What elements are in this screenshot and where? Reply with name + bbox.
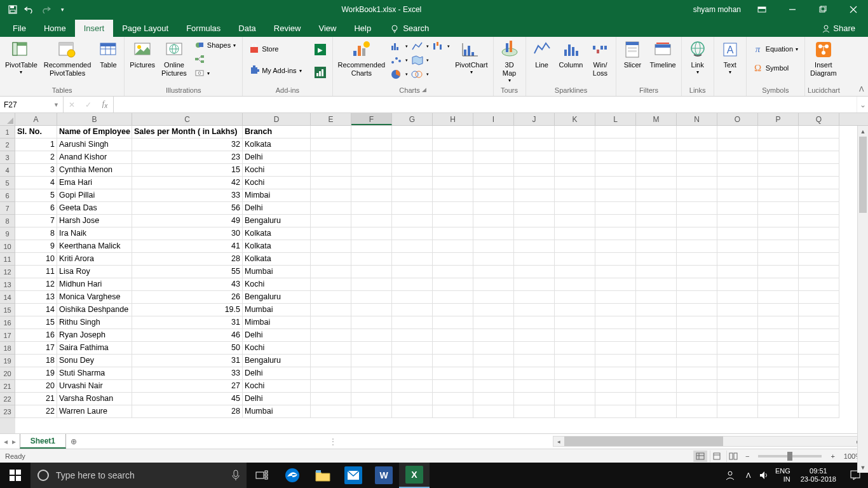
edge-button[interactable] — [277, 463, 308, 488]
cell[interactable]: 7 — [15, 215, 57, 227]
cell[interactable]: 50 — [132, 342, 243, 355]
row-header[interactable]: 2 — [0, 139, 15, 151]
cell[interactable]: Rithu Singh — [57, 316, 132, 329]
cell[interactable] — [392, 215, 433, 227]
cell[interactable] — [799, 189, 839, 202]
cell[interactable]: Bengaluru — [243, 355, 311, 367]
cell[interactable] — [595, 253, 636, 266]
cell[interactable] — [392, 253, 433, 266]
cell[interactable] — [636, 227, 677, 240]
cell[interactable] — [717, 139, 758, 151]
cell[interactable] — [351, 151, 392, 164]
cell[interactable]: 42 — [132, 177, 243, 189]
account-name[interactable]: shyam mohan — [693, 5, 746, 14]
cell[interactable] — [311, 164, 351, 177]
task-view-button[interactable] — [247, 463, 277, 488]
cell[interactable] — [758, 304, 799, 316]
cell[interactable]: 2 — [15, 151, 57, 164]
cell[interactable] — [351, 202, 392, 215]
cell[interactable] — [392, 164, 433, 177]
cell[interactable] — [555, 291, 595, 304]
slicer-button[interactable]: Slicer — [619, 38, 646, 71]
cell[interactable] — [392, 151, 433, 164]
cell[interactable] — [799, 202, 839, 215]
cell[interactable]: 20 — [15, 380, 57, 393]
cell[interactable]: 18 — [15, 355, 57, 367]
split-handle[interactable]: ⋮ — [329, 437, 337, 446]
cell[interactable] — [392, 329, 433, 342]
cell[interactable] — [433, 139, 473, 151]
cell[interactable] — [595, 139, 636, 151]
cell[interactable] — [555, 164, 595, 177]
cell[interactable] — [555, 215, 595, 227]
sparkline-column-button[interactable]: Column — [557, 38, 586, 71]
column-header[interactable]: E — [311, 113, 351, 125]
cell[interactable] — [555, 139, 595, 151]
cell[interactable]: Delhi — [243, 367, 311, 380]
excel-button[interactable]: X — [399, 463, 430, 488]
online-pictures-button[interactable]: Online Pictures — [159, 38, 189, 79]
cell[interactable]: Name of Employee — [57, 126, 132, 139]
start-button[interactable] — [0, 463, 31, 488]
cell[interactable] — [677, 215, 717, 227]
cell[interactable]: Aarushi Singh — [57, 139, 132, 151]
tab-review[interactable]: Review — [265, 20, 310, 37]
lucidchart-button[interactable]: Insert Diagram — [808, 38, 839, 79]
cell[interactable] — [473, 316, 514, 329]
cell[interactable]: Sonu Dey — [57, 355, 132, 367]
cell[interactable] — [555, 380, 595, 393]
symbol-button[interactable]: ΩSymbol — [749, 61, 802, 75]
cell[interactable] — [555, 329, 595, 342]
cell[interactable] — [555, 202, 595, 215]
cell[interactable] — [677, 126, 717, 139]
cell[interactable] — [636, 215, 677, 227]
cell[interactable] — [758, 393, 799, 405]
cell[interactable] — [595, 126, 636, 139]
tab-view[interactable]: View — [309, 20, 345, 37]
mic-icon[interactable] — [231, 470, 240, 481]
horizontal-scroll-thumb[interactable] — [564, 437, 723, 446]
cell[interactable] — [473, 405, 514, 418]
cell[interactable] — [677, 355, 717, 367]
hierarchy-chart-button[interactable]: ▾ — [410, 39, 430, 53]
cell[interactable] — [433, 177, 473, 189]
table-button[interactable]: Table — [95, 38, 121, 71]
cell[interactable] — [473, 240, 514, 253]
cell[interactable] — [555, 266, 595, 278]
cell[interactable] — [717, 177, 758, 189]
cell[interactable] — [433, 304, 473, 316]
cell[interactable] — [799, 393, 839, 405]
cell[interactable]: Kolkata — [243, 139, 311, 151]
cell[interactable] — [351, 316, 392, 329]
cell[interactable] — [595, 393, 636, 405]
cell[interactable] — [473, 367, 514, 380]
cell[interactable] — [758, 139, 799, 151]
cell[interactable] — [799, 151, 839, 164]
cell[interactable] — [392, 405, 433, 418]
name-box[interactable]: F27▼ — [0, 97, 64, 112]
cell[interactable] — [311, 240, 351, 253]
sheet-nav[interactable]: ◂ ▸ — [0, 434, 20, 449]
cell[interactable] — [636, 151, 677, 164]
cell[interactable] — [433, 266, 473, 278]
mail-button[interactable] — [338, 463, 369, 488]
cell[interactable] — [677, 393, 717, 405]
cell[interactable] — [636, 342, 677, 355]
cell[interactable] — [758, 291, 799, 304]
cell[interactable] — [758, 355, 799, 367]
pie-chart-button[interactable]: ▾ — [389, 67, 409, 81]
cell[interactable]: Kochi — [243, 342, 311, 355]
cell[interactable] — [758, 253, 799, 266]
cell[interactable] — [351, 291, 392, 304]
store-button[interactable]: Store — [245, 42, 305, 56]
cell[interactable] — [433, 215, 473, 227]
cell[interactable] — [799, 266, 839, 278]
cell[interactable] — [717, 227, 758, 240]
vertical-scrollbar[interactable]: ▲ ▼ — [857, 126, 868, 473]
cell[interactable] — [514, 240, 555, 253]
cell[interactable] — [758, 164, 799, 177]
cell[interactable]: Ema Hari — [57, 177, 132, 189]
cell[interactable]: 56 — [132, 202, 243, 215]
cell[interactable]: Lisa Roy — [57, 266, 132, 278]
ribbon-display-options[interactable] — [747, 0, 776, 19]
